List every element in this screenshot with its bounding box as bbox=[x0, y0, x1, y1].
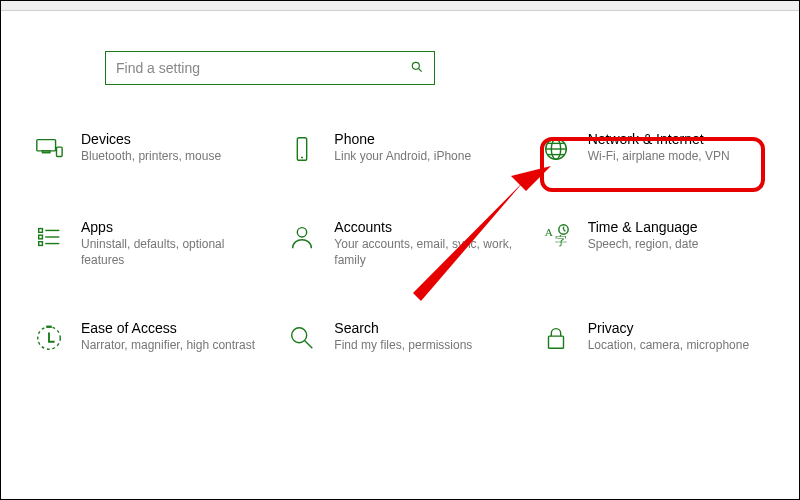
svg-text:字: 字 bbox=[555, 234, 567, 248]
tile-apps[interactable]: Apps Uninstall, defaults, optional featu… bbox=[25, 213, 268, 274]
svg-line-1 bbox=[419, 68, 422, 71]
settings-home: Devices Bluetooth, printers, mouse Phone… bbox=[1, 11, 799, 372]
tile-title: Devices bbox=[81, 131, 221, 147]
tile-privacy[interactable]: Privacy Location, camera, microphone bbox=[532, 314, 775, 362]
tile-desc: Uninstall, defaults, optional features bbox=[81, 237, 261, 268]
tile-text: Phone Link your Android, iPhone bbox=[334, 131, 471, 165]
tile-text: Ease of Access Narrator, magnifier, high… bbox=[81, 320, 255, 354]
tile-text: Devices Bluetooth, printers, mouse bbox=[81, 131, 221, 165]
tile-phone[interactable]: Phone Link your Android, iPhone bbox=[278, 125, 521, 173]
person-icon bbox=[284, 219, 320, 255]
tile-desc: Wi-Fi, airplane mode, VPN bbox=[588, 149, 730, 165]
tile-title: Apps bbox=[81, 219, 261, 235]
tile-title: Privacy bbox=[588, 320, 749, 336]
globe-icon bbox=[538, 131, 574, 167]
tile-text: Network & Internet Wi-Fi, airplane mode,… bbox=[588, 131, 730, 165]
tile-desc: Location, camera, microphone bbox=[588, 338, 749, 354]
search-row bbox=[105, 51, 775, 85]
tile-desc: Find my files, permissions bbox=[334, 338, 472, 354]
time-language-icon: A字 bbox=[538, 219, 574, 255]
svg-rect-17 bbox=[39, 242, 43, 246]
svg-text:A: A bbox=[544, 226, 553, 238]
tile-devices[interactable]: Devices Bluetooth, printers, mouse bbox=[25, 125, 268, 173]
tile-network-internet[interactable]: Network & Internet Wi-Fi, airplane mode,… bbox=[532, 125, 775, 173]
tile-title: Network & Internet bbox=[588, 131, 730, 147]
svg-point-0 bbox=[412, 62, 419, 69]
apps-list-icon bbox=[31, 219, 67, 255]
lock-icon bbox=[538, 320, 574, 356]
tile-title: Phone bbox=[334, 131, 471, 147]
tile-text: Privacy Location, camera, microphone bbox=[588, 320, 749, 354]
tile-desc: Link your Android, iPhone bbox=[334, 149, 471, 165]
svg-rect-4 bbox=[57, 147, 63, 156]
search-box[interactable] bbox=[105, 51, 435, 85]
tile-title: Time & Language bbox=[588, 219, 699, 235]
phone-icon bbox=[284, 131, 320, 167]
svg-point-19 bbox=[298, 228, 307, 237]
devices-icon bbox=[31, 131, 67, 167]
tile-text: Time & Language Speech, region, date bbox=[588, 219, 699, 253]
tile-title: Accounts bbox=[334, 219, 514, 235]
svg-rect-13 bbox=[39, 229, 43, 233]
svg-rect-29 bbox=[548, 336, 563, 348]
tile-text: Search Find my files, permissions bbox=[334, 320, 472, 354]
tile-desc: Narrator, magnifier, high contrast bbox=[81, 338, 255, 354]
tile-desc: Your accounts, email, sync, work, family bbox=[334, 237, 514, 268]
svg-line-28 bbox=[305, 341, 313, 349]
svg-line-24 bbox=[563, 230, 565, 232]
tile-text: Apps Uninstall, defaults, optional featu… bbox=[81, 219, 261, 268]
tile-desc: Speech, region, date bbox=[588, 237, 699, 253]
search-category-icon bbox=[284, 320, 320, 356]
tile-search[interactable]: Search Find my files, permissions bbox=[278, 314, 521, 362]
search-input[interactable] bbox=[116, 60, 410, 76]
search-icon bbox=[410, 60, 424, 77]
tile-text: Accounts Your accounts, email, sync, wor… bbox=[334, 219, 514, 268]
tile-accounts[interactable]: Accounts Your accounts, email, sync, wor… bbox=[278, 213, 521, 274]
svg-rect-15 bbox=[39, 235, 43, 239]
svg-rect-2 bbox=[37, 140, 56, 151]
tile-time-language[interactable]: A字 Time & Language Speech, region, date bbox=[532, 213, 775, 274]
svg-point-27 bbox=[292, 328, 307, 343]
ease-of-access-icon bbox=[31, 320, 67, 356]
tile-title: Search bbox=[334, 320, 472, 336]
svg-rect-3 bbox=[42, 151, 50, 153]
window-chrome-bar bbox=[1, 1, 799, 11]
tile-title: Ease of Access bbox=[81, 320, 255, 336]
settings-grid: Devices Bluetooth, printers, mouse Phone… bbox=[25, 125, 775, 362]
tile-ease-of-access[interactable]: Ease of Access Narrator, magnifier, high… bbox=[25, 314, 268, 362]
tile-desc: Bluetooth, printers, mouse bbox=[81, 149, 221, 165]
